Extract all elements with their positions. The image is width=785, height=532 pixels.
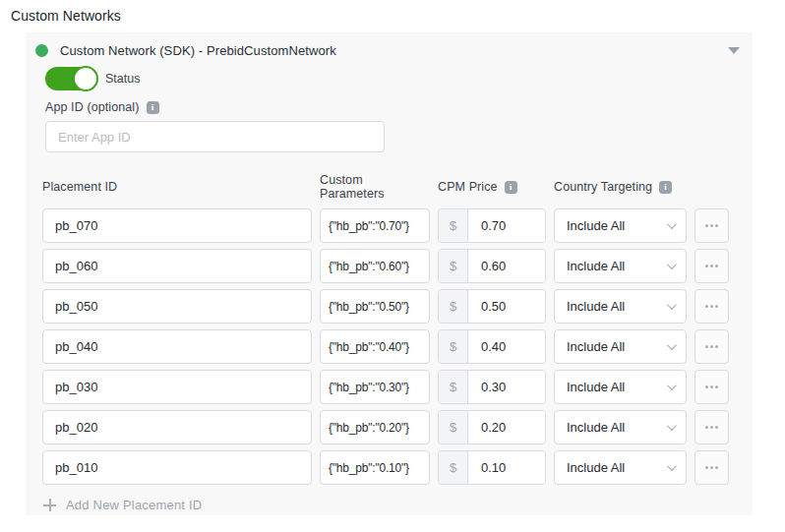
country-targeting-select[interactable]: Include All: [554, 329, 687, 364]
country-targeting-value: Include All: [567, 218, 625, 233]
ellipsis-icon: [710, 265, 713, 267]
placement-row: $ Include All: [42, 249, 753, 283]
placement-row: $ Include All: [42, 289, 753, 324]
row-menu-button[interactable]: [694, 370, 729, 404]
country-targeting-select[interactable]: Include All: [554, 249, 687, 283]
toggle-knob: [73, 66, 98, 91]
ellipsis-icon: [710, 305, 713, 308]
ellipsis-icon: [710, 426, 713, 429]
currency-symbol: $: [439, 290, 468, 323]
row-menu-button[interactable]: [694, 329, 729, 364]
country-targeting-select[interactable]: Include All: [554, 450, 687, 485]
placement-row: $ Include All: [42, 208, 753, 243]
network-name: Custom Network (SDK) - PrebidCustomNetwo…: [60, 43, 336, 58]
chevron-down-icon: [667, 421, 677, 431]
country-targeting-select[interactable]: Include All: [554, 410, 687, 444]
placement-row: $ Include All: [42, 370, 753, 404]
app-id-input[interactable]: [45, 121, 385, 152]
placement-row: $ Include All: [42, 410, 753, 444]
currency-symbol: $: [439, 411, 468, 443]
chevron-down-icon: [667, 219, 677, 229]
cpm-price-field: $: [438, 208, 546, 243]
ellipsis-icon: [710, 466, 713, 469]
chevron-down-icon: [667, 260, 677, 269]
info-icon[interactable]: [505, 181, 517, 194]
cpm-price-input[interactable]: [468, 371, 545, 403]
column-country-targeting: Country Targeting: [554, 180, 687, 194]
cpm-price-field: $: [438, 450, 546, 485]
chevron-down-icon: [667, 381, 677, 390]
placement-id-input[interactable]: [42, 410, 312, 444]
currency-symbol: $: [439, 250, 468, 282]
info-icon[interactable]: [659, 181, 672, 194]
column-placement-id: Placement ID: [42, 180, 312, 194]
cpm-price-field: $: [438, 329, 546, 364]
app-id-label-row: App ID (optional): [45, 100, 753, 114]
country-targeting-value: Include All: [567, 420, 625, 435]
placement-id-input[interactable]: [42, 289, 312, 324]
collapse-chevron-icon[interactable]: [728, 47, 740, 54]
custom-parameters-input[interactable]: [320, 289, 430, 324]
info-icon[interactable]: [147, 101, 159, 114]
row-menu-button[interactable]: [694, 249, 729, 283]
app-id-label: App ID (optional): [45, 100, 140, 114]
cpm-price-input[interactable]: [468, 411, 545, 443]
country-targeting-select[interactable]: Include All: [554, 208, 687, 243]
custom-parameters-input[interactable]: [320, 410, 430, 444]
row-menu-button[interactable]: [694, 208, 729, 243]
country-targeting-value: Include All: [567, 299, 625, 314]
cpm-price-input[interactable]: [468, 330, 545, 363]
cpm-price-field: $: [438, 289, 546, 324]
placement-id-input[interactable]: [42, 329, 312, 364]
currency-symbol: $: [439, 451, 468, 484]
row-menu-button[interactable]: [694, 289, 729, 324]
custom-parameters-input[interactable]: [320, 208, 430, 243]
add-placement-button[interactable]: Add New Placement ID: [43, 498, 753, 512]
ellipsis-icon: [710, 224, 713, 227]
chevron-down-icon: [667, 300, 677, 310]
ellipsis-icon: [710, 385, 713, 388]
custom-parameters-input[interactable]: [320, 249, 430, 283]
add-placement-label: Add New Placement ID: [66, 498, 202, 512]
chevron-down-icon: [667, 340, 677, 350]
custom-network-card: Custom Network (SDK) - PrebidCustomNetwo…: [26, 32, 753, 515]
currency-symbol: $: [439, 371, 468, 403]
placement-row: $ Include All: [42, 329, 753, 364]
cpm-price-input[interactable]: [468, 451, 545, 484]
custom-parameters-input[interactable]: [320, 450, 430, 485]
country-targeting-value: Include All: [567, 259, 625, 273]
page-title: Custom Networks: [11, 8, 121, 24]
cpm-price-input[interactable]: [468, 290, 545, 323]
placement-id-input[interactable]: [42, 208, 312, 243]
plus-icon: [43, 499, 56, 511]
placement-id-input[interactable]: [42, 370, 312, 404]
placement-id-input[interactable]: [42, 450, 312, 485]
column-cpm-price: CPM Price: [438, 180, 546, 194]
status-toggle-row: Status: [45, 67, 753, 90]
placement-id-input[interactable]: [42, 249, 312, 283]
country-targeting-select[interactable]: Include All: [554, 289, 687, 324]
country-targeting-value: Include All: [567, 339, 625, 354]
cpm-price-field: $: [438, 249, 546, 283]
network-header: Custom Network (SDK) - PrebidCustomNetwo…: [26, 32, 753, 58]
custom-parameters-input[interactable]: [320, 370, 430, 404]
currency-symbol: $: [439, 209, 468, 242]
cpm-price-input[interactable]: [468, 209, 545, 242]
ellipsis-icon: [710, 345, 713, 348]
row-menu-button[interactable]: [694, 410, 729, 444]
country-targeting-value: Include All: [567, 460, 625, 475]
placement-rows: $ Include All $ Include All $: [42, 208, 753, 485]
custom-parameters-input[interactable]: [320, 329, 430, 364]
row-menu-button[interactable]: [694, 450, 729, 485]
cpm-price-input[interactable]: [468, 250, 545, 282]
chevron-down-icon: [667, 461, 677, 471]
status-toggle-label: Status: [105, 72, 140, 86]
cpm-price-field: $: [438, 370, 546, 404]
column-custom-parameters: Custom Parameters: [320, 173, 430, 201]
cpm-price-field: $: [438, 410, 546, 444]
status-toggle[interactable]: [45, 67, 96, 90]
country-targeting-select[interactable]: Include All: [554, 370, 687, 404]
network-status-dot-icon: [35, 44, 48, 57]
country-targeting-value: Include All: [567, 380, 625, 394]
currency-symbol: $: [439, 330, 468, 363]
